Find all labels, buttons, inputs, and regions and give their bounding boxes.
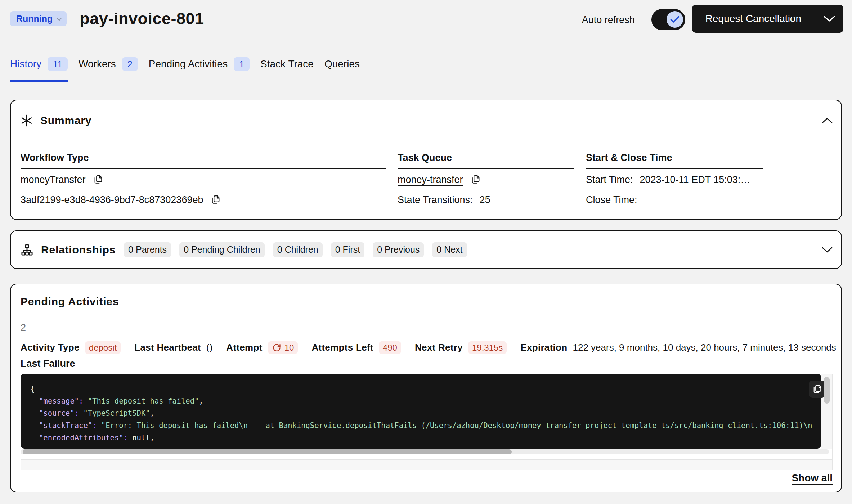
copy-icon <box>93 174 104 185</box>
retry-icon <box>272 343 282 352</box>
code-token: , <box>150 409 154 418</box>
tab-history-count: 11 <box>48 57 68 71</box>
code-token: null <box>132 433 150 442</box>
tab-pending-activities-count: 1 <box>234 57 250 71</box>
auto-refresh-toggle-knob <box>667 11 683 28</box>
code-token: "stackTrace" <box>39 421 92 430</box>
copy-button[interactable] <box>210 194 221 206</box>
relationships-card-title: Relationships <box>41 244 116 256</box>
relationships-card: Relationships 0 Parents 0 Pending Childr… <box>10 230 842 269</box>
page-title: pay-invoice-801 <box>80 9 204 28</box>
tab-queries[interactable]: Queries <box>324 57 360 82</box>
check-icon <box>670 16 680 23</box>
close-time-row: Close Time: <box>586 193 763 207</box>
code-line: "source": "TypeScriptSDK", <box>30 407 821 419</box>
last-failure-code-container: { "message": "This deposit has failed", … <box>21 374 832 449</box>
request-cancellation-split-button: Request Cancellation <box>692 5 843 33</box>
status-badge[interactable]: Running <box>10 11 67 26</box>
last-failure-label: Last Failure <box>21 358 833 369</box>
summary-collapse-button[interactable] <box>822 118 833 123</box>
relationships-badge-previous: 0 Previous <box>373 242 424 257</box>
run-id-row: 3adf2199-e3d8-4936-9bd7-8c87302369eb <box>21 193 386 207</box>
start-time-value: 2023-10-11 EDT 15:03:… <box>640 174 750 185</box>
tab-workers[interactable]: Workers 2 <box>79 57 138 82</box>
pending-activities-title: Pending Activities <box>21 296 833 308</box>
attempts-left-label: Attempts Left <box>311 342 373 353</box>
expiration-label: Expiration <box>520 342 567 353</box>
show-all-link[interactable]: Show all <box>792 472 833 484</box>
workflow-type-value: moneyTransfer <box>21 174 86 185</box>
task-queue-header: Task Queue <box>398 152 574 169</box>
code-token: : <box>75 409 84 418</box>
workflow-detail-page: Running pay-invoice-801 Auto refresh Req… <box>0 5 852 492</box>
request-cancellation-button[interactable]: Request Cancellation <box>692 5 815 33</box>
state-transitions-value: 25 <box>480 194 490 206</box>
copy-button[interactable] <box>470 174 481 185</box>
show-all-row: Show all <box>21 472 833 484</box>
code-line: "encodedAttributes": null, <box>30 432 821 444</box>
copy-icon <box>812 384 823 395</box>
code-token: : <box>79 397 88 405</box>
relationships-badge-parents: 0 Parents <box>124 242 171 257</box>
last-failure-code-block[interactable]: { "message": "This deposit has failed", … <box>21 374 821 449</box>
pending-activities-card: Pending Activities 2 Activity Type depos… <box>10 284 842 492</box>
request-cancellation-menu-button[interactable] <box>815 5 843 33</box>
tab-stack-trace[interactable]: Stack Trace <box>260 57 314 82</box>
code-token: , <box>150 433 154 442</box>
code-line: { <box>30 383 821 395</box>
code-line: "message": "This deposit has failed", <box>30 395 821 407</box>
status-chevron-icon <box>57 18 62 21</box>
attempt-label: Attempt <box>226 342 262 353</box>
summary-col-task-queue: Task Queue money-transfer State Transiti… <box>398 152 574 207</box>
expiration-value: 122 years, 9 months, 10 days, 20 hours, … <box>573 342 836 353</box>
relationships-badge-next: 0 Next <box>432 242 467 257</box>
tab-pending-activities-label: Pending Activities <box>149 58 228 70</box>
activity-type-badge: deposit <box>85 341 121 354</box>
table-row-separator <box>21 459 832 470</box>
summary-card: Summary Workflow Type moneyTransfer <box>10 100 842 220</box>
code-token: { <box>30 384 35 393</box>
tab-workers-label: Workers <box>79 58 116 70</box>
activity-type-label: Activity Type <box>21 342 80 353</box>
copy-button[interactable] <box>93 174 104 185</box>
code-token: : <box>92 421 101 430</box>
tab-history[interactable]: History 11 <box>10 57 68 82</box>
next-retry-label: Next Retry <box>415 342 463 353</box>
code-token: "message" <box>39 397 79 405</box>
summary-grid: Workflow Type moneyTransfer 3adf2199-e3d… <box>21 152 833 207</box>
relationships-badge-first: 0 First <box>331 242 364 257</box>
close-time-label: Close Time: <box>586 194 637 206</box>
code-vertical-scrollbar[interactable] <box>824 377 830 404</box>
code-token: "TypeScriptSDK" <box>83 409 150 418</box>
workflow-type-row: moneyTransfer <box>21 173 386 186</box>
tab-stack-trace-label: Stack Trace <box>260 58 314 70</box>
last-heartbeat-label: Last Heartbeat <box>134 342 201 353</box>
tab-workers-count: 2 <box>122 57 138 71</box>
chevron-down-icon <box>823 15 835 22</box>
workflow-type-header: Workflow Type <box>21 152 386 169</box>
last-failure-zone: { "message": "This deposit has failed", … <box>21 374 833 470</box>
tab-queries-label: Queries <box>324 58 360 70</box>
auto-refresh-toggle[interactable] <box>651 9 685 30</box>
task-queue-link[interactable]: money-transfer <box>398 174 463 185</box>
attempt-value: 10 <box>284 343 294 353</box>
pending-activity-attributes: Activity Type deposit Last Heartbeat () … <box>21 341 833 354</box>
status-badge-label: Running <box>16 14 53 24</box>
relationships-expand-button[interactable] <box>822 247 833 253</box>
code-token: "encodedAttributes" <box>39 433 124 442</box>
run-id-value: 3adf2199-e3d8-4936-9bd7-8c87302369eb <box>21 194 203 206</box>
copy-icon <box>210 194 221 206</box>
chevron-down-icon <box>822 247 833 253</box>
code-token: "This deposit has failed" <box>88 397 199 405</box>
state-transitions-row: State Transitions: 25 <box>398 193 574 207</box>
pending-activity-id[interactable]: 2 <box>21 322 833 333</box>
code-token: "source" <box>39 409 75 418</box>
code-horizontal-scrollbar-track <box>21 449 829 454</box>
code-token: "Error: This deposit has failed\n at Ban… <box>101 421 812 430</box>
state-transitions-label: State Transitions: <box>398 194 473 206</box>
code-horizontal-scrollbar-thumb[interactable] <box>23 449 512 454</box>
code-copy-button[interactable] <box>809 381 825 398</box>
summary-col-time: Start & Close Time Start Time: 2023-10-1… <box>586 152 763 207</box>
start-time-label: Start Time: <box>586 174 633 185</box>
tab-pending-activities[interactable]: Pending Activities 1 <box>149 57 250 82</box>
